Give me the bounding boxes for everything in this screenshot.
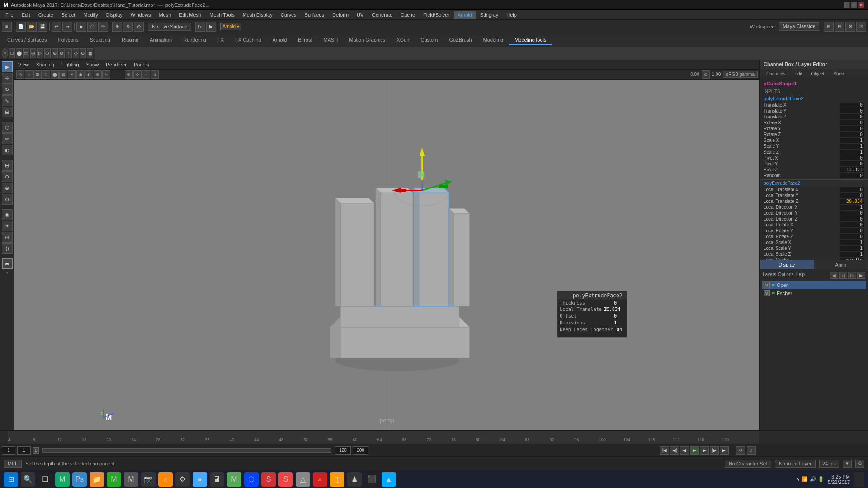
vp-menu-view[interactable]: View (18, 62, 29, 67)
shelf-icon-bevel[interactable]: ◇ (73, 48, 79, 58)
app-7[interactable]: ⚙ (175, 472, 190, 487)
input-channel-value[interactable] (840, 228, 864, 233)
toolbar-new-icon[interactable]: 📄 (16, 22, 26, 32)
snap-curve-btn[interactable]: ⊕ (2, 171, 13, 182)
input-channel-value[interactable] (840, 234, 864, 239)
tab-item-curves-/-surfaces[interactable]: Curves / Surfaces (2, 35, 52, 45)
channel-row[interactable]: Scale X (760, 137, 868, 143)
vp-icon-xray[interactable]: ⊙ (133, 70, 142, 79)
maximize-button[interactable]: □ (851, 2, 857, 8)
vp-menu-show[interactable]: Show (86, 62, 99, 67)
soft-select-btn[interactable]: ◐ (2, 145, 13, 155)
input-channel-value[interactable] (840, 240, 864, 245)
menu-item-generate[interactable]: Generate (368, 11, 396, 19)
app-16[interactable]: ◫ (330, 472, 344, 487)
shelf-icon-cylinder[interactable]: ⬤ (16, 48, 22, 58)
channel-value[interactable] (840, 114, 864, 119)
tab-item-custom[interactable]: Custom (415, 35, 443, 45)
input-channel-value[interactable] (840, 222, 864, 227)
tab-item-sculpting[interactable]: Sculpting (85, 35, 116, 45)
input-channel-value[interactable] (840, 199, 864, 204)
channel-row[interactable]: Translate X (760, 102, 868, 108)
chrome-taskbar[interactable]: ● (193, 472, 207, 487)
menu-item-curves[interactable]: Curves (277, 11, 300, 19)
show-manip-btn[interactable]: ⊞ (2, 107, 13, 117)
layer-item[interactable]: V ✏ Open (762, 281, 866, 289)
menu-item-mesh-tools[interactable]: Mesh Tools (206, 11, 238, 19)
go-end-btn[interactable]: ▶| (720, 446, 729, 455)
app-13[interactable]: S (278, 472, 293, 487)
channel-row[interactable]: Translate Z (760, 114, 868, 120)
camera-btn[interactable]: ◉ (2, 209, 13, 220)
prev-frame-btn[interactable]: ◀ (680, 446, 689, 455)
explorer-taskbar[interactable]: 📁 (90, 472, 104, 487)
systray-battery[interactable]: 🔋 (818, 476, 824, 482)
menu-item-mesh-display[interactable]: Mesh Display (239, 11, 276, 19)
maya-taskbar-2[interactable]: M (107, 472, 121, 487)
frame-start-field[interactable] (2, 446, 15, 455)
channel-value[interactable] (840, 103, 864, 108)
app-17[interactable]: ♟ (347, 472, 362, 487)
go-start-btn[interactable]: |◀ (660, 446, 669, 455)
toolbar-ipr-icon[interactable]: ▶ (206, 22, 216, 32)
vp-icon-points[interactable]: • (142, 70, 150, 79)
layer-visibility[interactable]: V (764, 290, 770, 296)
tab-item-modelingtools[interactable]: ModelingTools (509, 35, 552, 45)
timeline-ticks[interactable]: 4812162024283236404448525660646872768084… (8, 431, 760, 444)
shelf-icon-fill[interactable]: ▦ (87, 48, 93, 58)
toolbar-undo-icon[interactable]: ↩ (52, 22, 61, 32)
shelf-icon-sphere[interactable]: ○ (2, 48, 8, 58)
menu-item-uv[interactable]: UV (353, 11, 367, 19)
toolbar-snap2-icon[interactable]: ⊗ (123, 22, 133, 32)
lasso-select-btn[interactable]: ⬡ (2, 122, 13, 133)
channel-value[interactable] (840, 132, 864, 137)
rotate-tool-btn[interactable]: ↻ (2, 84, 13, 95)
fps-options-btn[interactable]: ▾ (843, 460, 852, 468)
app-15[interactable]: 🔺 (313, 472, 327, 487)
frame-end-field[interactable] (335, 446, 351, 455)
input-channel-row[interactable]: Local Scale Z (760, 251, 868, 257)
toolbar-snap3-icon[interactable]: ⊙ (134, 22, 144, 32)
viewport-canvas[interactable]: polyExtrudeFace2 Thickness 0 Local Trans… (14, 80, 760, 430)
input-channel-value[interactable] (840, 252, 864, 257)
menu-item-cache[interactable]: Cache (397, 11, 419, 19)
shelf-icon-torus[interactable]: ◎ (30, 48, 37, 58)
object-tab[interactable]: Object (808, 70, 828, 77)
app-14[interactable]: △ (296, 472, 310, 487)
menu-item-surfaces[interactable]: Surfaces (301, 11, 328, 19)
channel-value[interactable] (840, 126, 864, 131)
start-btn[interactable]: ⊞ (4, 472, 18, 487)
help-tab-btn[interactable]: Help (795, 272, 805, 279)
shelf-icon-separate[interactable]: ⊖ (59, 48, 65, 58)
fps-display[interactable]: 24 fps (819, 460, 839, 468)
menu-item-edit[interactable]: Edit (18, 11, 34, 19)
layer-item[interactable]: V ✏ Escher (762, 289, 866, 297)
snap-grid-btn[interactable]: ⊞ (2, 160, 13, 171)
show-desktop-btn[interactable] (854, 472, 864, 487)
deform-btn[interactable]: ⟨⟩ (2, 243, 13, 254)
menu-item-edit-mesh[interactable]: Edit Mesh (175, 11, 205, 19)
shelf-icon-cube[interactable]: □ (9, 48, 15, 58)
layout-btn-4[interactable]: ⊡ (856, 22, 866, 32)
channel-value[interactable] (840, 167, 864, 172)
display-tab[interactable]: Display (760, 260, 814, 269)
shelf-icon-combine[interactable]: ⊕ (52, 48, 58, 58)
vp-icon-light[interactable]: ☀ (68, 70, 76, 79)
toolbar-redo-icon[interactable]: ↪ (62, 22, 72, 32)
next-key-btn[interactable]: |▶ (710, 446, 719, 455)
input-channel-row[interactable]: Local Direction X (760, 204, 868, 210)
photoshop-taskbar[interactable]: Ps (72, 472, 87, 487)
maya-taskbar-3[interactable]: M (124, 472, 138, 487)
snap-point-btn[interactable]: ⊗ (2, 183, 13, 193)
frame-max-field[interactable] (353, 446, 368, 455)
shelf-icon-select[interactable]: ▷ (37, 48, 43, 58)
vp-icon-shadow[interactable]: ◑ (76, 70, 85, 79)
toolbar-select-icon[interactable]: ▶ (76, 22, 86, 32)
input-channel-row[interactable]: Local Scale Y (760, 245, 868, 251)
input-channel-value[interactable] (840, 216, 864, 221)
menu-item-modify[interactable]: Modify (80, 11, 101, 19)
app-12[interactable]: S (261, 472, 276, 487)
vp-icon-hud[interactable]: ℹ (151, 70, 159, 79)
app-19[interactable]: ▲ (382, 472, 396, 487)
menu-item-file[interactable]: File (2, 11, 17, 19)
